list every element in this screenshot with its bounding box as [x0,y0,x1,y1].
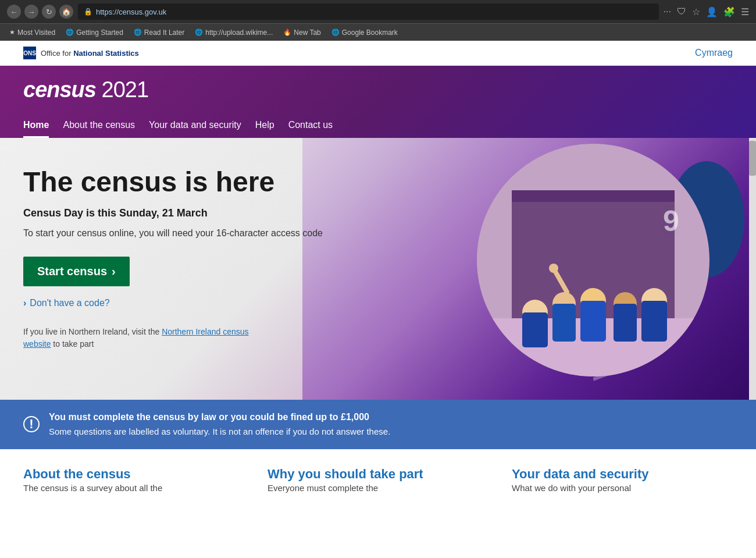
star-bookmark-icon: ★ [9,29,15,36]
nav-home[interactable]: Home [23,114,49,138]
hero-photo-circle: 9 [477,144,709,376]
census-logo: census 2021 [23,77,733,102]
website-content: ONS Office for National Statistics Cymra… [0,41,756,558]
start-census-label: Start census [37,265,107,278]
info-card-security: Your data and security What we do with y… [512,467,733,495]
bookmark-label: Google Bookmark [342,29,398,37]
nav-data-security[interactable]: Your data and security [149,114,241,138]
svg-rect-9 [580,301,606,342]
fire-icon: 🔥 [283,29,291,36]
browser-chrome: ← → ↻ 🏠 🔒 https://census.gov.uk ··· 🛡 ☆ … [0,0,756,41]
address-bar[interactable]: 🔒 https://census.gov.uk [78,3,659,20]
svg-rect-11 [614,304,637,342]
no-code-label: Don't have a code? [30,298,109,308]
northern-ireland-text: If you live in Northern Ireland, visit t… [23,326,326,350]
start-census-button[interactable]: Start census › [23,257,130,286]
info-card-about-title[interactable]: About the census [23,467,131,481]
svg-point-16 [549,264,558,273]
hero-subtitle: Census Day is this Sunday, 21 March [23,207,326,219]
info-card-why-title[interactable]: Why you should take part [268,467,423,481]
globe-icon-2: 🌐 [134,29,142,36]
chevron-icon: › [23,298,26,308]
bookmark-wikime[interactable]: 🌐 http://upload.wikime... [190,27,277,38]
svg-rect-13 [641,301,667,342]
info-card-why-text: Everyone must complete the [268,482,488,495]
info-card-security-text: What we do with your personal [512,482,733,495]
star-icon[interactable]: ☆ [692,6,700,17]
hero-section: 9 The census is here Census Day is [0,138,756,400]
info-card-security-title[interactable]: Your data and security [512,467,649,481]
census-logo-text: census 2021 [23,77,733,102]
census-header: census 2021 Home About the census Your d… [0,66,756,138]
bookmarks-bar: ★ Most Visited 🌐 Getting Started 🌐 Read … [0,23,756,41]
nav-about[interactable]: About the census [63,114,135,138]
census-nav: Home About the census Your data and secu… [23,114,733,138]
warning-text: You must complete the census by law or y… [49,410,390,439]
hero-description: To start your census online, you will ne… [23,226,326,240]
back-button[interactable]: ← [7,5,21,19]
cymraeg-link[interactable]: Cymraeg [695,48,733,58]
globe-icon-3: 🌐 [195,29,203,36]
no-code-link[interactable]: › Don't have a code? [23,298,326,308]
bookmark-read-it-later[interactable]: 🌐 Read It Later [129,27,189,38]
bookmark-label: Getting Started [76,29,123,37]
info-cards-section: About the census The census is a survey … [0,449,756,513]
hero-background: 9 The census is here Census Day is [0,138,756,400]
pocket-icon[interactable]: 🛡 [677,6,686,17]
bookmark-label: http://upload.wikime... [205,29,273,37]
more-icon[interactable]: ··· [664,6,671,17]
info-card-about-text: The census is a survey about all the [23,482,244,495]
chevron-right-icon: › [112,265,116,278]
nav-help[interactable]: Help [255,114,274,138]
ons-logo-icon: ONS [23,47,36,59]
svg-rect-5 [522,312,548,347]
nav-buttons: ← → ↻ 🏠 [7,5,73,19]
warning-bold-text: You must complete the census by law or y… [49,410,390,424]
warning-banner: ! You must complete the census by law or… [0,400,756,449]
info-card-about: About the census The census is a survey … [23,467,244,495]
children-illustration: 9 [477,144,709,376]
ons-logo: ONS Office for National Statistics [23,47,139,59]
bookmark-label: Most Visited [17,29,55,37]
globe-icon-4: 🌐 [331,29,340,36]
hero-left-content: The census is here Census Day is this Su… [23,167,326,350]
refresh-button[interactable]: ↻ [42,5,56,19]
bookmark-label: New Tab [294,29,320,37]
globe-icon-1: 🌐 [66,29,74,36]
warning-sub-text: Some questions are labelled as voluntary… [49,427,390,436]
forward-button[interactable]: → [24,5,38,19]
profile-icon[interactable]: 👤 [706,6,718,17]
home-button[interactable]: 🏠 [59,5,73,19]
hero-title: The census is here [23,167,326,198]
info-card-why: Why you should take part Everyone must c… [268,467,488,495]
warning-icon: ! [23,416,40,432]
extension-icon[interactable]: 🧩 [723,6,735,17]
bookmark-label: Read It Later [144,29,184,37]
ons-logo-text: Office for National Statistics [41,49,139,58]
nav-contact[interactable]: Contact us [288,114,333,138]
svg-rect-2 [512,190,675,202]
browser-titlebar: ← → ↻ 🏠 🔒 https://census.gov.uk ··· 🛡 ☆ … [0,0,756,23]
browser-actions: ··· 🛡 ☆ 👤 🧩 ☰ [664,6,749,17]
scrollbar[interactable] [749,138,756,400]
svg-text:9: 9 [663,205,679,237]
bookmark-getting-started[interactable]: 🌐 Getting Started [61,27,128,38]
menu-icon[interactable]: ☰ [741,6,749,17]
ni-prefix: If you live in Northern Ireland, visit t… [23,327,159,336]
svg-rect-7 [552,304,576,342]
ni-suffix: to take part [53,339,94,349]
ons-header: ONS Office for National Statistics Cymra… [0,41,756,66]
scrollbar-thumb[interactable] [749,141,756,176]
url-display: https://census.gov.uk [96,8,166,16]
bookmark-google[interactable]: 🌐 Google Bookmark [327,27,402,38]
bookmark-new-tab[interactable]: 🔥 New Tab [279,27,325,38]
bookmark-most-visited[interactable]: ★ Most Visited [5,27,60,38]
